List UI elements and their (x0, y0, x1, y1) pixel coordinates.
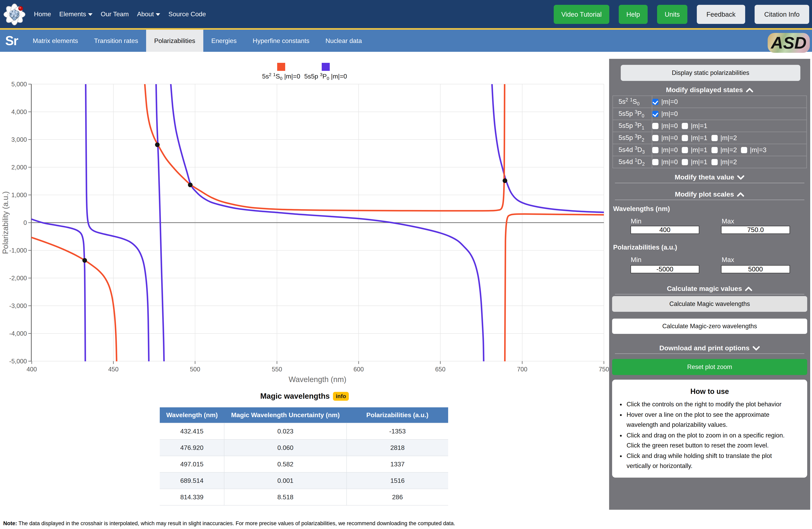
svg-text:-4,000: -4,000 (9, 330, 27, 337)
svg-text:Polarizability (a.u.): Polarizability (a.u.) (1, 191, 10, 254)
svg-text:-1,000: -1,000 (9, 247, 27, 254)
svg-text:500: 500 (190, 366, 200, 373)
svg-text:650: 650 (435, 366, 446, 373)
svg-text:4,000: 4,000 (11, 109, 27, 115)
svg-text:750: 750 (599, 366, 609, 373)
svg-text:1,000: 1,000 (11, 191, 27, 199)
svg-text:2,000: 2,000 (11, 164, 27, 171)
svg-text:700: 700 (517, 366, 527, 373)
svg-text:550: 550 (272, 366, 282, 373)
svg-text:600: 600 (353, 366, 364, 373)
svg-text:0: 0 (24, 219, 27, 226)
svg-text:3,000: 3,000 (11, 136, 27, 143)
svg-text:-5,000: -5,000 (9, 358, 27, 365)
svg-text:Wavelength (nm): Wavelength (nm) (289, 375, 346, 384)
svg-text:-2,000: -2,000 (9, 275, 27, 282)
svg-text:5,000: 5,000 (11, 81, 27, 88)
svg-text:400: 400 (27, 366, 37, 373)
svg-text:450: 450 (108, 366, 119, 373)
svg-text:-3,000: -3,000 (9, 302, 27, 309)
